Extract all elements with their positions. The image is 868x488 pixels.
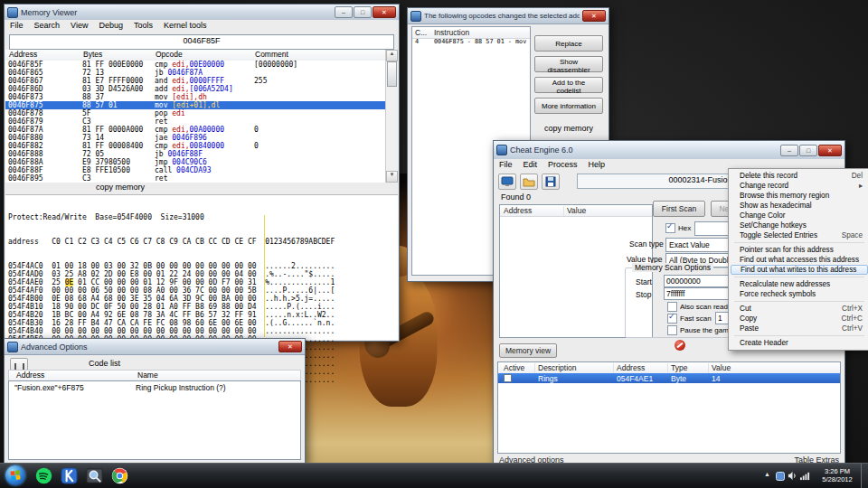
code-list[interactable]: "Fusion.exe"+6F875Ring Pickup Instructio…	[8, 380, 301, 460]
cheat-engine-menu-file[interactable]: File	[494, 159, 518, 172]
scroll-thumb[interactable]	[387, 61, 397, 87]
start-button[interactable]	[5, 465, 25, 485]
cheat-engine-menu-edit[interactable]: Edit	[518, 159, 543, 172]
add-to-the-codelist-button[interactable]: Add to the codelist	[534, 77, 603, 93]
context-menu-item[interactable]: Find out what accesses this address	[731, 255, 868, 265]
memory-viewer-menu-tools[interactable]: Tools	[128, 20, 158, 33]
context-menu-item[interactable]: CutCtrl+X	[731, 304, 868, 314]
context-menu-item[interactable]: Pointer scan for this address	[731, 245, 868, 255]
disasm-row[interactable]: 0046F85F81 FF 000E0000cmp edi,00E00000[0…	[5, 61, 386, 69]
col-comment[interactable]: Comment	[255, 50, 288, 59]
context-menu-item[interactable]: Change record▸	[731, 181, 868, 191]
context-menu-item[interactable]: Show as hexadecimal	[731, 201, 868, 211]
context-menu-item[interactable]: CopyCtrl+C	[731, 314, 868, 324]
close-icon[interactable]: ✕	[373, 6, 396, 18]
scroll-down-icon[interactable]: ▼	[386, 171, 398, 183]
context-menu-item[interactable]: Delete this recordDel	[731, 171, 868, 181]
save-file-button[interactable]	[542, 174, 560, 190]
opcode-changed-row[interactable]: 40046F875 - 88 57 01 - mov [edi+01],dl	[412, 38, 530, 47]
more-information-button[interactable]: More information	[534, 98, 603, 114]
col-bytes[interactable]: Bytes	[83, 50, 102, 59]
maximize-icon[interactable]: □	[354, 6, 372, 18]
col-name[interactable]: Name	[137, 371, 158, 380]
cheat-table[interactable]: Active Description Address Type Value Ri…	[497, 361, 841, 454]
hex-row[interactable]: 054F4B40 00 00 00 00 00 00 00 00 00 00 0…	[8, 327, 395, 335]
col-value[interactable]: Value	[712, 363, 731, 372]
disasm-row[interactable]: 0046F88073 14jae 0046F896	[5, 134, 386, 142]
disasm-row[interactable]: 0046F88FE8 FFE10500call 004CDA93	[5, 166, 386, 174]
record-active-checkbox[interactable]	[504, 374, 512, 382]
hex-row[interactable]: 054F4AC0 01 00 18 00 03 00 32 0B 00 00 0…	[8, 262, 395, 270]
disasm-row[interactable]: 0046F86572 13jb 0046F87A	[5, 69, 386, 77]
minimize-icon[interactable]: –	[335, 6, 353, 18]
context-menu-item[interactable]: Toggle Selected EntriesSpace	[731, 230, 868, 240]
col-instruction[interactable]: Instruction	[434, 28, 469, 37]
taskbar-k-app-icon[interactable]	[60, 466, 79, 485]
disassembler-address-bar[interactable]: 0046F85F	[9, 34, 394, 50]
hex-row[interactable]: 054F4B20 1B BC 00 A4 92 6E 08 78 3A 4C F…	[8, 311, 395, 319]
disasm-row[interactable]: 0046F879C3ret	[5, 117, 386, 126]
disasm-row[interactable]: 0046F87388 37mov [edi],dh	[5, 93, 386, 101]
show-desktop-button[interactable]	[861, 464, 868, 488]
col-value[interactable]: Value	[567, 206, 586, 215]
fast-scan-checkbox[interactable]: ✓ Fast scan	[667, 314, 712, 324]
col-address[interactable]: Address	[504, 206, 532, 215]
close-icon[interactable]: ✕	[818, 145, 842, 156]
minimize-icon[interactable]: –	[780, 145, 798, 156]
cheat-table-row[interactable]: Rings054F4AE1Byte14	[498, 373, 840, 383]
memory-viewer-menu-debug[interactable]: Debug	[93, 20, 128, 33]
disassembler-scrollbar[interactable]: ▲ ▼	[385, 50, 398, 183]
memory-viewer-menu-view[interactable]: View	[65, 20, 93, 33]
select-process-button[interactable]	[498, 174, 516, 190]
memory-viewer-menu-search[interactable]: Search	[29, 20, 66, 33]
maximize-icon[interactable]: □	[799, 145, 817, 156]
hex-row[interactable]: 054F4B10 18 90 00 DC 0F 50 00 28 01 A0 F…	[8, 303, 395, 311]
opcodes-window-titlebar[interactable]: The following opcodes changed the select…	[408, 8, 609, 24]
col-count[interactable]: C...	[415, 28, 427, 37]
hex-row[interactable]: 054F4AE0 25 0E 01 CC 00 00 00 01 12 9F 0…	[8, 278, 395, 286]
memory-viewer-titlebar[interactable]: Memory Viewer – □ ✕	[5, 5, 399, 21]
col-address[interactable]: Address	[617, 363, 645, 372]
disasm-row[interactable]: 0046F87A81 FF 0000A000cmp edi,00A000000	[5, 126, 386, 134]
disasm-row[interactable]: 0046F88AE9 37980500jmp 004C90C6	[5, 158, 386, 166]
scroll-up-icon[interactable]: ▲	[386, 50, 398, 61]
show-disassembler-button[interactable]: Show disassembler	[534, 56, 603, 72]
col-type[interactable]: Type	[671, 363, 687, 372]
cheat-engine-menu-help[interactable]: Help	[583, 159, 611, 172]
disasm-row[interactable]: 0046F86781 E7 FFFF0000and edi,0000FFFF25…	[5, 77, 386, 85]
close-icon[interactable]: ✕	[582, 10, 606, 22]
memory-view-button[interactable]: Memory view	[499, 343, 557, 358]
context-menu-item[interactable]: Find out what writes to this address	[731, 265, 868, 275]
hex-checkbox[interactable]: ✓ Hex	[665, 223, 691, 233]
hex-view[interactable]: Protect:Read/Write Base=054F4000 Size=31…	[5, 194, 398, 340]
cheat-engine-menu-process[interactable]: Process	[542, 159, 583, 172]
disasm-row[interactable]: 0046F8785Fpop edi	[5, 109, 386, 117]
memory-viewer-menu-kernel-tools[interactable]: Kernel tools	[158, 20, 212, 33]
context-menu-item[interactable]: Browse this memory region	[731, 191, 868, 201]
context-menu-item[interactable]: Force recheck symbols	[731, 289, 868, 299]
hex-row[interactable]: 054F4AD0 03 25 A8 02 2D 00 E8 00 01 22 2…	[8, 270, 395, 278]
context-menu-item[interactable]: Recalculate new addresses	[731, 279, 868, 289]
first-scan-button[interactable]: First Scan	[653, 201, 705, 217]
advanced-options-titlebar[interactable]: Advanced Options ✕	[5, 339, 305, 355]
open-file-button[interactable]	[520, 174, 538, 190]
context-menu-item[interactable]: Set/Change hotkeys	[731, 221, 868, 230]
hex-row[interactable]: 054F4B30 16 28 FF B4 47 CA CA FE FC 08 9…	[8, 319, 395, 327]
taskbar-spotify-icon[interactable]	[34, 466, 53, 485]
replace-button[interactable]: Replace	[534, 35, 603, 52]
col-address[interactable]: Address	[16, 371, 44, 380]
undo-scan-icon[interactable]	[675, 340, 685, 351]
memory-viewer-menu-file[interactable]: File	[5, 20, 29, 33]
disasm-row[interactable]: 0046F87588 57 01mov [edi+01],dl	[5, 101, 386, 109]
cheat-engine-titlebar[interactable]: Cheat Engine 6.0 – □ ✕	[494, 141, 844, 160]
col-active[interactable]: Active	[504, 363, 524, 372]
tray-expand-icon[interactable]: ▲	[764, 471, 770, 477]
context-menu-item[interactable]: PasteCtrl+V	[731, 324, 868, 333]
disasm-row[interactable]: 0046F86D03 3D D4526A00add edi,[006A52D4]	[5, 85, 386, 93]
taskbar-chrome-icon[interactable]	[110, 466, 129, 485]
taskbar-cheat-engine-icon[interactable]	[85, 466, 104, 485]
hex-row[interactable]: 054F4AF0 00 00 00 06 50 00 00 08 A0 00 3…	[8, 286, 395, 295]
disasm-row[interactable]: 0046F88281 FF 00008400cmp edi,008400000	[5, 142, 386, 150]
col-address[interactable]: Address	[9, 50, 37, 59]
volume-icon[interactable]	[788, 471, 797, 481]
